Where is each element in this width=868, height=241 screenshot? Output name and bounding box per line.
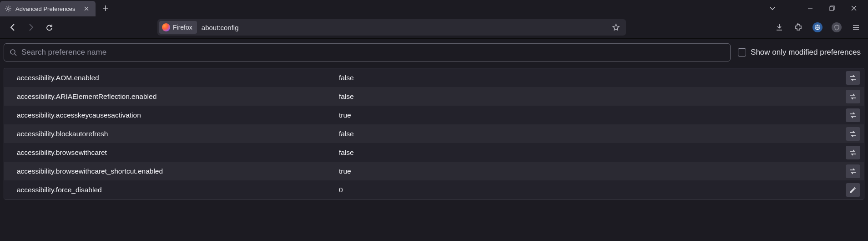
toggle-button[interactable] [846, 108, 860, 122]
preference-row: accessibility.ARIAElementReflection.enab… [4, 87, 864, 106]
svg-point-3 [10, 50, 15, 54]
preference-value: true [339, 111, 846, 119]
search-input[interactable] [21, 48, 725, 57]
toggle-button[interactable] [846, 127, 860, 141]
toggle-button[interactable] [846, 164, 860, 178]
window-close-button[interactable] [843, 1, 864, 15]
preference-row: accessibility.accesskeycausesactivationt… [4, 106, 864, 124]
toggle-button[interactable] [846, 71, 860, 85]
preference-value: true [339, 167, 846, 175]
tab-bar: Advanced Preferences [0, 0, 868, 16]
svg-rect-1 [830, 7, 833, 10]
gear-icon [5, 5, 12, 12]
show-modified-checkbox[interactable]: Show only modified preferences [738, 48, 864, 57]
tab-title: Advanced Preferences [15, 5, 78, 12]
firefox-logo-icon [162, 23, 170, 31]
nav-toolbar: Firefox about:config [0, 16, 868, 38]
preference-name: accessibility.browsewithcaret [17, 149, 339, 157]
search-icon [10, 49, 17, 56]
close-icon[interactable] [82, 4, 91, 13]
shield-icon [832, 22, 842, 32]
back-button[interactable] [5, 19, 21, 36]
preference-value: false [339, 130, 846, 138]
preference-row: accessibility.AOM.enabledfalse [4, 68, 864, 87]
preference-name: accessibility.browsewithcaret_shortcut.e… [17, 167, 339, 175]
browser-tab[interactable]: Advanced Preferences [0, 1, 96, 16]
window-maximize-button[interactable] [822, 1, 843, 15]
svg-point-0 [7, 8, 9, 10]
preference-value: false [339, 92, 846, 101]
list-all-tabs-button[interactable] [764, 1, 781, 15]
search-box[interactable] [4, 43, 731, 62]
forward-button[interactable] [23, 19, 39, 36]
url-bar[interactable]: Firefox about:config [157, 19, 626, 36]
new-tab-button[interactable] [98, 1, 113, 15]
extension-badge-1[interactable] [810, 20, 825, 35]
extension-badge-2[interactable] [829, 20, 844, 35]
extensions-button[interactable] [791, 20, 806, 35]
preference-row: accessibility.browsewithcaretfalse [4, 143, 864, 162]
toggle-button[interactable] [846, 146, 860, 159]
identity-box[interactable]: Firefox [159, 21, 197, 34]
search-row: Show only modified preferences [0, 39, 868, 65]
bookmark-star-icon[interactable] [610, 23, 622, 31]
preference-row: accessibility.browsewithcaret_shortcut.e… [4, 162, 864, 180]
preference-name: accessibility.ARIAElementReflection.enab… [17, 92, 339, 101]
url-text: about:config [199, 24, 608, 31]
filter-label: Show only modified preferences [751, 48, 861, 57]
preference-value: false [339, 149, 846, 157]
preference-value: 0 [339, 186, 846, 194]
preference-table: accessibility.AOM.enabledfalseaccessibil… [4, 68, 864, 200]
window-minimize-button[interactable] [800, 1, 821, 15]
checkbox-icon [738, 48, 746, 56]
preference-row: accessibility.blockautorefreshfalse [4, 124, 864, 143]
reload-button[interactable] [41, 19, 57, 36]
app-menu-button[interactable] [848, 20, 863, 35]
edit-button[interactable] [846, 183, 860, 197]
preference-row: accessibility.force_disabled0 [4, 180, 864, 199]
globe-icon [812, 22, 823, 32]
preference-name: accessibility.accesskeycausesactivation [17, 111, 339, 119]
preference-value: false [339, 74, 846, 82]
preference-name: accessibility.blockautorefresh [17, 130, 339, 138]
preference-name: accessibility.force_disabled [17, 186, 339, 194]
preference-name: accessibility.AOM.enabled [17, 74, 339, 82]
toggle-button[interactable] [846, 90, 860, 103]
identity-label: Firefox [173, 24, 192, 31]
downloads-button[interactable] [772, 20, 787, 35]
